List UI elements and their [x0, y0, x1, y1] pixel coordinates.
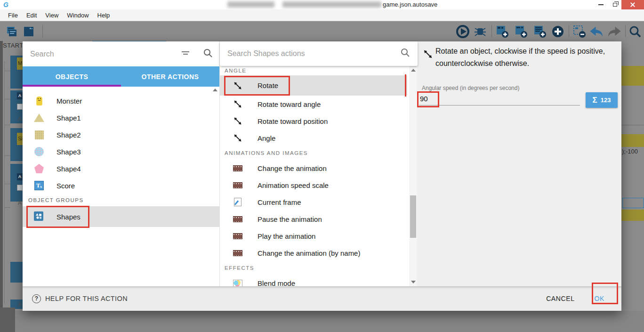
- tab-other-actions[interactable]: OTHER ACTIONS: [121, 66, 219, 87]
- titlebar: G game.json.autosave: [0, 0, 644, 9]
- menu-window[interactable]: Window: [63, 10, 93, 20]
- scene-tab-label[interactable]: START: [3, 42, 24, 49]
- action-row-current-frame[interactable]: Current frame: [220, 194, 407, 211]
- event-condition-block: [10, 262, 23, 283]
- actions-scrollbar[interactable]: [409, 66, 417, 286]
- object-groups-header: OBJECT GROUPS: [23, 194, 219, 206]
- undo-icon[interactable]: [589, 24, 604, 39]
- play-icon[interactable]: [456, 24, 470, 39]
- expression-editor-button[interactable]: Σ 123: [586, 92, 618, 108]
- help-for-this-action-button[interactable]: ? HELP FOR THIS ACTION: [32, 294, 128, 303]
- objects-search-input[interactable]: [30, 50, 181, 58]
- action-label: Animation speed scale: [258, 181, 329, 189]
- search-icon[interactable]: [203, 49, 213, 60]
- menu-help[interactable]: Help: [93, 10, 114, 20]
- objects-panel: OBJECTS OTHER ACTIONS Monster Shape1 Sha…: [23, 41, 219, 286]
- object-row-monster[interactable]: Monster: [23, 92, 219, 109]
- action-detail-panel: Rotate an object, clockwise if the speed…: [417, 41, 621, 286]
- event-tree-stub: [4, 184, 10, 184]
- tab-objects[interactable]: OBJECTS: [23, 66, 121, 87]
- object-label: Shape3: [56, 148, 81, 156]
- scroll-up-icon[interactable]: [213, 89, 217, 91]
- action-row-change-animation[interactable]: Change the animation: [220, 160, 407, 177]
- action-label: Rotate toward angle: [258, 100, 321, 108]
- action-row-change-animation-by-name[interactable]: Change the animation (by name): [220, 244, 407, 261]
- scene-editor-icon[interactable]: [22, 24, 36, 39]
- menu-edit[interactable]: Edit: [22, 10, 41, 20]
- action-label: Rotate toward position: [258, 117, 328, 125]
- ide-left-edge: [0, 21, 3, 332]
- object-row-shape1[interactable]: Shape1: [23, 109, 219, 126]
- square-icon: [34, 130, 44, 140]
- monster-icon: [34, 96, 44, 106]
- close-button[interactable]: [621, 0, 644, 9]
- object-row-shape3[interactable]: Shape3: [23, 143, 219, 160]
- add-comment-icon[interactable]: [533, 24, 547, 39]
- action-label: Angle: [258, 134, 275, 142]
- restore-button[interactable]: [608, 0, 621, 9]
- event-action-text-fragment: );-100: [622, 148, 638, 155]
- scrollbar-thumb[interactable]: [410, 195, 416, 238]
- action-row-animation-speed-scale[interactable]: Animation speed scale: [220, 177, 407, 194]
- film-icon: [233, 180, 242, 190]
- menu-file[interactable]: File: [4, 10, 22, 20]
- event-tree-stub: [4, 71, 10, 71]
- search-toolbar-icon[interactable]: [628, 24, 642, 39]
- dimmed-corner: [0, 308, 15, 332]
- actions-search-input[interactable]: [227, 49, 401, 58]
- dialog-footer: ? HELP FOR THIS ACTION CANCEL OK: [23, 286, 621, 311]
- action-row-pause-animation[interactable]: Pause the animation: [220, 211, 407, 227]
- scroll-up-icon[interactable]: [411, 69, 416, 72]
- remove-event-icon[interactable]: [572, 24, 587, 39]
- action-row-rotate[interactable]: Rotate: [220, 75, 407, 96]
- action-row-rotate-toward-position[interactable]: Rotate toward position: [220, 113, 407, 130]
- event-tree-stub: [4, 99, 10, 99]
- minimize-button[interactable]: [594, 0, 607, 9]
- debug-icon[interactable]: [473, 24, 487, 39]
- redo-icon[interactable]: [607, 24, 621, 39]
- event-letter: A: [18, 116, 22, 122]
- add-event-icon[interactable]: [514, 24, 528, 39]
- object-row-score[interactable]: Tx Score: [23, 177, 219, 194]
- project-manager-icon[interactable]: [5, 24, 19, 39]
- action-row-angle[interactable]: Angle: [220, 130, 407, 146]
- toolbar-separator: [569, 25, 569, 37]
- group-row-shapes[interactable]: Shapes: [23, 206, 219, 227]
- event-condition-block: [10, 164, 23, 202]
- action-row-blend-mode[interactable]: Blend mode: [220, 275, 407, 286]
- action-row-play-animation[interactable]: Play the animation: [220, 227, 407, 244]
- toolbar-separator: [625, 25, 626, 37]
- event-tree-stub: [4, 207, 10, 208]
- event-letter: A: [18, 200, 22, 206]
- event-tree-stub: [4, 125, 10, 125]
- pentagon-icon: [34, 163, 44, 174]
- redacted-title-segment: [282, 1, 381, 8]
- tab-other-actions-label: OTHER ACTIONS: [142, 73, 199, 81]
- tab-objects-label: OBJECTS: [56, 73, 89, 81]
- object-label: Shape2: [56, 131, 81, 139]
- objects-scrollbar[interactable]: [213, 89, 218, 284]
- angular-speed-input[interactable]: [419, 92, 580, 105]
- filter-icon[interactable]: [181, 49, 190, 59]
- search-icon[interactable]: [401, 48, 410, 59]
- triangle-icon: [34, 113, 44, 123]
- menu-view[interactable]: View: [41, 10, 63, 20]
- add-sub-event-icon[interactable]: [495, 24, 509, 39]
- objects-list: Monster Shape1 Shape2 Shape3 Shape4 Tx S…: [23, 87, 219, 286]
- action-row-rotate-toward-angle[interactable]: Rotate toward angle: [220, 96, 407, 113]
- film-icon: [233, 231, 242, 241]
- objects-search-row: [23, 41, 219, 66]
- film-icon: [233, 214, 242, 224]
- ok-button[interactable]: OK: [590, 291, 609, 306]
- minimize-icon: [598, 4, 604, 5]
- object-label: Shape1: [56, 114, 81, 122]
- scroll-down-icon[interactable]: [411, 281, 416, 283]
- rotate-icon: [233, 133, 242, 143]
- event-group-header: M: [17, 57, 23, 70]
- add-circle-icon[interactable]: [551, 24, 565, 39]
- event-tree-stub: [4, 155, 10, 156]
- gdevelop-logo-icon: G: [3, 1, 11, 8]
- object-row-shape4[interactable]: Shape4: [23, 160, 219, 177]
- cancel-button[interactable]: CANCEL: [541, 291, 579, 306]
- object-row-shape2[interactable]: Shape2: [23, 126, 219, 143]
